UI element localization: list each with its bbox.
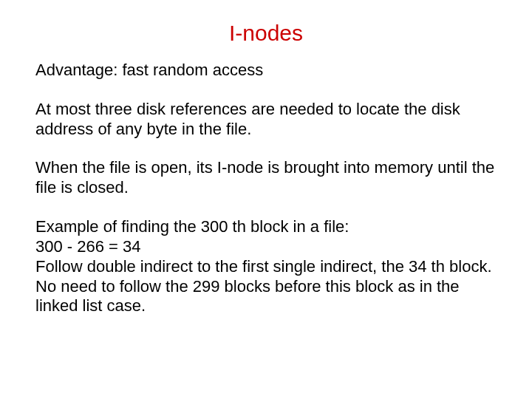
slide-body: Advantage: fast random access At most th… [35, 61, 497, 316]
paragraph-open-file: When the file is open, its I-node is bro… [35, 158, 497, 198]
slide: I-nodes Advantage: fast random access At… [0, 0, 532, 399]
paragraph-advantage: Advantage: fast random access [35, 61, 497, 81]
slide-title: I-nodes [0, 21, 532, 46]
paragraph-example: Example of finding the 300 th block in a… [35, 217, 497, 316]
paragraph-disk-refs: At most three disk references are needed… [35, 100, 497, 140]
